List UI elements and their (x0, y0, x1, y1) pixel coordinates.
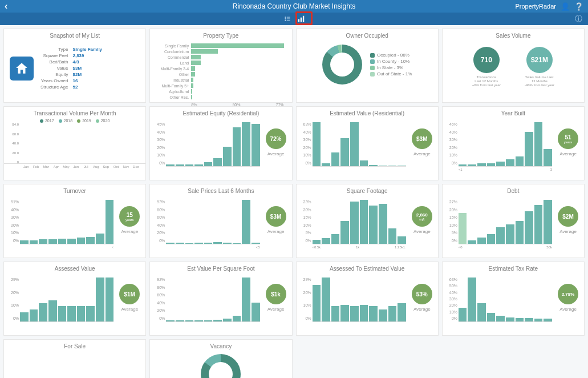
card-debt[interactable]: Debt 27%20%15%10%5%0%<050k $2MAverage (442, 184, 585, 258)
vacancy-donut-icon (201, 354, 241, 378)
svg-rect-3 (286, 17, 290, 18)
user-icon[interactable]: 👤 (561, 2, 570, 11)
card-title: Snapshot of My List (4, 29, 145, 41)
card-owner-occupied[interactable]: Owner Occupied Occupied - 86%In County -… (296, 29, 439, 103)
help-icon[interactable]: ❔ (574, 2, 583, 11)
svg-rect-4 (286, 18, 290, 19)
card-assessed-value[interactable]: Assessed Value 29%20%10%0% $1MAverage (3, 262, 146, 336)
svg-rect-6 (298, 19, 299, 22)
average-bubble: 72% Average (266, 128, 286, 156)
card-for-sale[interactable]: For Sale (3, 339, 146, 378)
info-icon[interactable]: ⓘ (575, 14, 582, 24)
snapshot-table: TypeSingle Family Square Feet2,839 Bed/B… (39, 46, 103, 91)
card-sales-volume[interactable]: Sales Volume 710 TransactionsLast 12 Mon… (442, 29, 585, 103)
svg-point-2 (285, 20, 286, 21)
svg-point-0 (285, 17, 286, 18)
card-year-built[interactable]: Year Built 46%40%30%20%10%0% <13 51years… (442, 106, 585, 180)
toolbar-insights-icon[interactable] (295, 14, 307, 24)
svg-rect-7 (300, 18, 301, 22)
dashboard-grid: Snapshot of My List TypeSingle Family Sq… (0, 25, 588, 378)
app-header: ‹ Rinconada Country Club Market Insights… (0, 0, 588, 13)
header-right: PropertyRadar 👤 ❔ (515, 2, 583, 11)
card-tax-rate[interactable]: Estimated Tax Rate 63%50%40%30%20%10%0% … (442, 262, 585, 336)
svg-point-1 (285, 18, 286, 19)
svg-rect-8 (302, 16, 303, 22)
card-property-type[interactable]: Property Type Single FamilyCondominiumCo… (149, 29, 292, 103)
card-turnover[interactable]: Turnover 51%40%30%20%10%0%< 15yearsAvera… (3, 184, 146, 258)
svg-rect-5 (286, 20, 290, 21)
card-snapshot[interactable]: Snapshot of My List TypeSingle Family Sq… (3, 29, 146, 103)
card-est-value-sqft[interactable]: Est Value Per Square Foot 92%80%60%40%20… (149, 262, 292, 336)
house-icon (10, 57, 34, 81)
card-estimated-equity[interactable]: Estimated Equity (Residential) 45%40%30%… (149, 106, 292, 180)
donut-chart-icon (322, 45, 362, 85)
toolbar-list-icon[interactable] (281, 14, 294, 24)
card-transactional-volume[interactable]: Transactional Volume Per Month 201720182… (3, 106, 146, 180)
card-assessed-to-est[interactable]: Assessed To Estimated Value 29%20%10%0% … (296, 262, 439, 336)
brand-label: PropertyRadar (515, 3, 556, 10)
card-vacancy[interactable]: Vacancy (149, 339, 292, 378)
card-sqft[interactable]: Square Footage 23%20%15%10%5%0%<0.5k1k1.… (296, 184, 439, 258)
page-title: Rinconada Country Club Market Insights (0, 2, 588, 10)
card-estimated-value[interactable]: Estimated Value (Residential) 63%40%30%2… (296, 106, 439, 180)
toolbar: ⓘ (0, 13, 588, 25)
back-button[interactable]: ‹ (5, 1, 7, 11)
card-sale-prices[interactable]: Sale Prices Last 6 Months 93%80%60%40%20… (149, 184, 292, 258)
